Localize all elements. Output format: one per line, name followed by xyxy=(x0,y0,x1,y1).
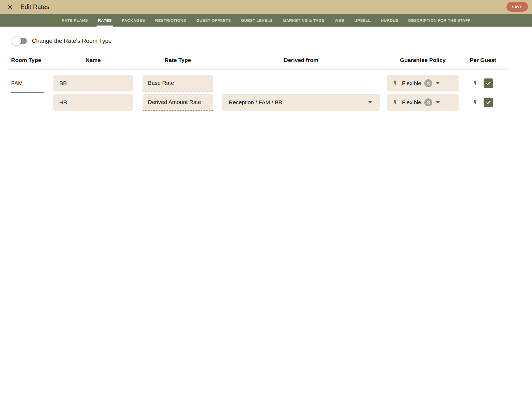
table-row: FAM BB Base Rate Flexible xyxy=(0,75,532,91)
checkmark-icon xyxy=(485,80,492,86)
tab-hurdle[interactable]: HURDLE xyxy=(376,14,403,27)
table-row: HB Derived Amount Rate Reception / FAM /… xyxy=(0,94,532,111)
chevron-down-icon xyxy=(436,101,440,103)
toggle-knob xyxy=(12,36,21,45)
change-room-type-toggle[interactable] xyxy=(12,36,27,45)
save-button[interactable]: SAVE xyxy=(506,2,528,12)
tab-description-for-staff[interactable]: DESCRIPTION FOR THE STAFF xyxy=(403,14,476,27)
change-room-type-row: Change the Rate's Room Type xyxy=(12,36,532,45)
guarantee-policy-select[interactable]: Flexible xyxy=(387,94,459,111)
room-type-value[interactable]: FAM xyxy=(11,75,44,91)
tab-guest-offsets[interactable]: GUEST OFFSETS xyxy=(191,14,236,27)
header-divider xyxy=(8,69,507,69)
lightning-bolt-icon xyxy=(472,80,479,86)
tab-restrictions[interactable]: RESTRICTIONS xyxy=(150,14,191,27)
derived-from-select[interactable]: Reception / FAM / BB xyxy=(222,94,380,111)
column-header-guarantee-policy: Guarantee Policy xyxy=(387,57,459,63)
page-title: Edit Rates xyxy=(20,3,49,11)
column-header-per-guest: Per Guest xyxy=(459,57,507,63)
tab-rate-plans[interactable]: RATE PLANS xyxy=(57,14,93,27)
tab-rates[interactable]: RATES xyxy=(93,14,117,27)
column-header-rate-type: Rate Type xyxy=(143,57,213,63)
room-type-underline xyxy=(11,92,44,93)
tab-marketing-tags[interactable]: MARKETING & TAGS xyxy=(278,14,330,27)
lightning-bolt-icon xyxy=(392,99,398,106)
column-header-derived-from: Derived from xyxy=(222,57,380,63)
per-guest-checkbox[interactable] xyxy=(484,98,493,107)
tab-upsell[interactable]: UPSELL xyxy=(349,14,376,27)
guarantee-policy-select[interactable]: Flexible xyxy=(387,75,459,91)
rates-table: Room Type Name Rate Type Derived from Gu… xyxy=(0,57,532,171)
titlebar: Edit Rates SAVE xyxy=(0,0,532,14)
tab-packages[interactable]: PACKAGES xyxy=(117,14,150,27)
chevron-down-icon xyxy=(368,101,372,103)
clear-x-icon[interactable] xyxy=(424,98,432,106)
guarantee-policy-value: Flexible xyxy=(402,99,421,106)
tab-wbe[interactable]: WBE xyxy=(330,14,349,27)
derived-from-value: Reception / FAM / BB xyxy=(229,99,282,106)
clear-x-icon[interactable] xyxy=(424,79,432,87)
chevron-down-icon xyxy=(436,82,440,84)
column-header-room-type: Room Type xyxy=(11,57,53,63)
lightning-bolt-icon xyxy=(472,99,479,106)
rate-type-select[interactable]: Derived Amount Rate xyxy=(143,94,213,111)
checkmark-icon xyxy=(485,99,492,106)
close-icon[interactable] xyxy=(7,3,14,10)
nav-tabs-bar: RATE PLANS RATES PACKAGES RESTRICTIONS G… xyxy=(0,14,532,27)
rate-name-input[interactable]: BB xyxy=(53,75,133,91)
tab-guest-levels[interactable]: GUEST LEVELS xyxy=(236,14,278,27)
per-guest-checkbox[interactable] xyxy=(484,78,493,88)
lightning-bolt-icon xyxy=(392,80,398,86)
rate-name-input[interactable]: HB xyxy=(53,94,133,111)
guarantee-policy-value: Flexible xyxy=(402,80,421,86)
column-header-name: Name xyxy=(53,57,133,63)
rate-type-select[interactable]: Base Rate xyxy=(143,75,213,91)
toggle-label: Change the Rate's Room Type xyxy=(32,38,112,44)
